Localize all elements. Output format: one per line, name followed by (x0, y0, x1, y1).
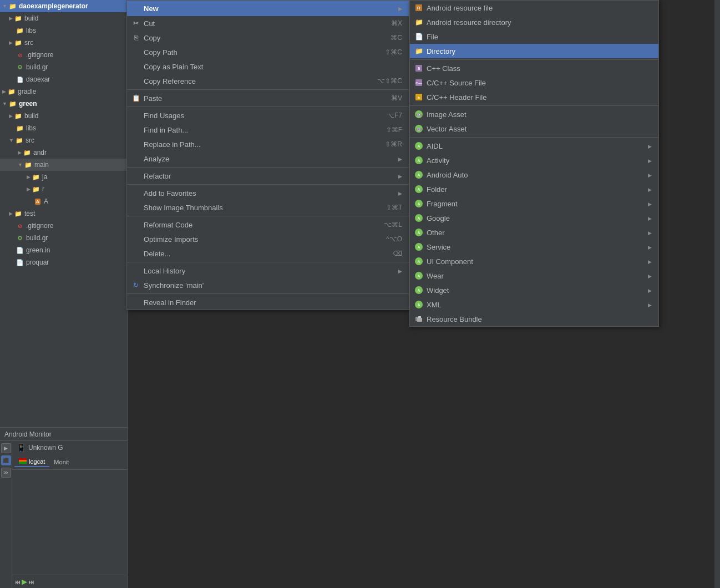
tree-item-build1[interactable]: ▶ 📁 build (0, 12, 127, 24)
folder-arrow (648, 186, 652, 192)
aidl-arrow (648, 143, 652, 149)
tree-item-main[interactable]: ▼ 📁 main (0, 159, 127, 171)
tree-item-src1[interactable]: ▶ 📁 src (0, 37, 127, 49)
menu-item-copy-ref[interactable]: Copy Reference ⌥⇧⌘C (127, 74, 409, 88)
android-auto-arrow (648, 172, 652, 178)
submenu-item-cpp-header[interactable]: h C/C++ Header File (410, 90, 658, 104)
tree-item-gitignore1[interactable]: ⊘ .gitignore (0, 49, 127, 61)
scrollbar[interactable] (714, 0, 720, 588)
tree-item-greenin[interactable]: 📄 green.in (0, 244, 127, 256)
xml-arrow (648, 302, 652, 308)
tree-label-buildgr2: build.gr (26, 234, 48, 242)
cpp-source-icon: C++ (414, 78, 423, 87)
nav-buttons: ⏮ ▶ ⏭ (14, 577, 34, 586)
menu-item-synchronize[interactable]: ↻ Synchronize 'main' (127, 278, 409, 292)
menu-item-new[interactable]: New (127, 1, 409, 16)
submenu-item-activity[interactable]: A Activity (410, 153, 658, 168)
menu-item-reformat[interactable]: Reformat Code ⌥⌘L (127, 217, 409, 232)
submenu-item-fragment[interactable]: A Fragment (410, 196, 658, 211)
menu-item-delete[interactable]: Delete... ⌫ (127, 246, 409, 261)
menu-item-find-path[interactable]: Find in Path... ⇧⌘F (127, 123, 409, 137)
optimize-icon (131, 235, 140, 244)
menu-label-copy-plain: Copy as Plain Text (144, 63, 203, 71)
folder-icon-src2: 📁 (15, 136, 24, 145)
tree-item-green[interactable]: ▼ 📁 green (0, 98, 127, 110)
submenu-item-folder[interactable]: A Folder (410, 182, 658, 196)
submenu-item-aidl[interactable]: A AIDL (410, 139, 658, 153)
nav-prev-prev-icon[interactable]: ⏮ (14, 579, 21, 585)
submenu-item-vector-asset[interactable]: 🤖 Vector Asset (410, 121, 658, 136)
folder-icon-andr: 📁 (23, 148, 32, 157)
monitor-tab-monitor[interactable]: Monit (49, 458, 73, 467)
tree-item-res[interactable]: ▶ 📁 r (0, 183, 127, 195)
submenu-item-file[interactable]: 📄 File (410, 29, 658, 44)
nav-next-next-icon[interactable]: ⏭ (28, 579, 34, 585)
menu-item-copy-path[interactable]: Copy Path ⇧⌘C (127, 45, 409, 59)
find-path-icon (131, 125, 140, 134)
monitor-ctrl-btn-3[interactable]: ≫ (1, 468, 11, 478)
analyze-icon (131, 154, 140, 163)
folder-icon-green: 📁 (8, 99, 17, 108)
submenu-item-cpp-class[interactable]: S C++ Class (410, 61, 658, 75)
expand-arrow-green: ▼ (2, 101, 7, 107)
submenu-item-cpp-source[interactable]: C++ C/C++ Source File (410, 75, 658, 90)
reformat-icon (131, 220, 140, 229)
menu-item-analyze[interactable]: Analyze (127, 151, 409, 166)
tree-item-src2[interactable]: ▼ 📁 src (0, 134, 127, 146)
menu-item-find-usages[interactable]: Find Usages ⌥F7 (127, 108, 409, 123)
tree-item-buildgr2[interactable]: ⚙ build.gr (0, 232, 127, 244)
menu-item-replace-path[interactable]: Replace in Path... ⇧⌘R (127, 137, 409, 151)
tree-item-build2[interactable]: ▶ 📁 build (0, 110, 127, 122)
submenu-item-ui-component[interactable]: A UI Component (410, 254, 658, 268)
tree-item-libs1[interactable]: 📁 libs (0, 24, 127, 37)
tree-item-test[interactable]: ▶ 📁 test (0, 207, 127, 220)
tree-item-libs2[interactable]: 📁 libs (0, 122, 127, 134)
tree-item-gitignore2[interactable]: ⊘ .gitignore (0, 220, 127, 232)
tree-item-afile[interactable]: A A (0, 195, 127, 207)
expand-arrow-res: ▶ (27, 186, 31, 192)
submenu-item-service[interactable]: A Service (410, 240, 658, 254)
tree-item-java[interactable]: ▶ 📁 ja (0, 171, 127, 183)
submenu-item-other[interactable]: A Other (410, 225, 658, 240)
monitor-device-row: 📱 Unknown G (12, 441, 127, 454)
menu-item-thumbnails[interactable]: Show Image Thumbnails ⇧⌘T (127, 200, 409, 215)
tree-item-buildgr1[interactable]: ⚙ build.gr (0, 61, 127, 73)
menu-item-local-history[interactable]: Local History (127, 263, 409, 278)
menu-item-copy-plain[interactable]: Copy as Plain Text (127, 59, 409, 74)
menu-item-copy[interactable]: ⎘ Copy ⌘C (127, 31, 409, 45)
local-history-icon (131, 266, 140, 275)
tree-item-daoexar[interactable]: 📄 daoexar (0, 73, 127, 85)
monitor-ctrl-btn-2[interactable]: ⬛ (1, 455, 11, 465)
submenu-item-directory[interactable]: 📁 Directory (410, 44, 658, 58)
android-res-dir-icon: 📁 (414, 18, 423, 27)
sync-icon: ↻ (131, 281, 140, 290)
submenu-item-widget[interactable]: A Widget (410, 283, 658, 297)
tree-item-daoexamplegenerator[interactable]: ▼ 📁 daoexamplegenerator (0, 0, 127, 12)
menu-item-optimize[interactable]: Optimize Imports ^⌥O (127, 232, 409, 246)
submenu-item-image-asset[interactable]: 🤖 Image Asset (410, 107, 658, 121)
menu-item-reveal[interactable]: Reveal in Finder (127, 295, 409, 310)
monitor-tab-logcat[interactable]: logcat (14, 457, 49, 467)
tree-label-build1: build (24, 14, 38, 22)
delete-icon (131, 249, 140, 258)
menu-item-refactor[interactable]: Refactor (127, 169, 409, 183)
menu-item-add-favorites[interactable]: Add to Favorites (127, 186, 409, 200)
tree-item-andr[interactable]: ▶ 📁 andr (0, 146, 127, 159)
menu-item-paste[interactable]: 📋 Paste ⌘V (127, 91, 409, 105)
submenu-item-android-auto[interactable]: A Android Auto (410, 168, 658, 182)
tree-item-proquar[interactable]: 📄 proquar (0, 256, 127, 268)
submenu-item-wear[interactable]: A Wear (410, 268, 658, 283)
separator-refactor (127, 167, 409, 168)
menu-label-thumbnails: Show Image Thumbnails (144, 204, 223, 212)
submenu-item-xml[interactable]: A XML (410, 297, 658, 312)
menu-item-cut[interactable]: ✂ Cut ⌘X (127, 16, 409, 31)
submenu-item-resource-bundle[interactable]: Resource Bundle (410, 312, 658, 326)
paste-icon: 📋 (131, 94, 140, 103)
submenu-item-google[interactable]: A Google (410, 211, 658, 225)
tree-item-gradle[interactable]: ▶ 📁 gradle (0, 85, 127, 98)
favorites-arrow (398, 190, 402, 196)
nav-play-icon[interactable]: ▶ (22, 577, 27, 586)
submenu-item-android-res-dir[interactable]: 📁 Android resource directory (410, 15, 658, 29)
monitor-ctrl-btn-1[interactable]: ▶ (1, 443, 11, 453)
submenu-item-android-res-file[interactable]: R Android resource file (410, 1, 658, 15)
